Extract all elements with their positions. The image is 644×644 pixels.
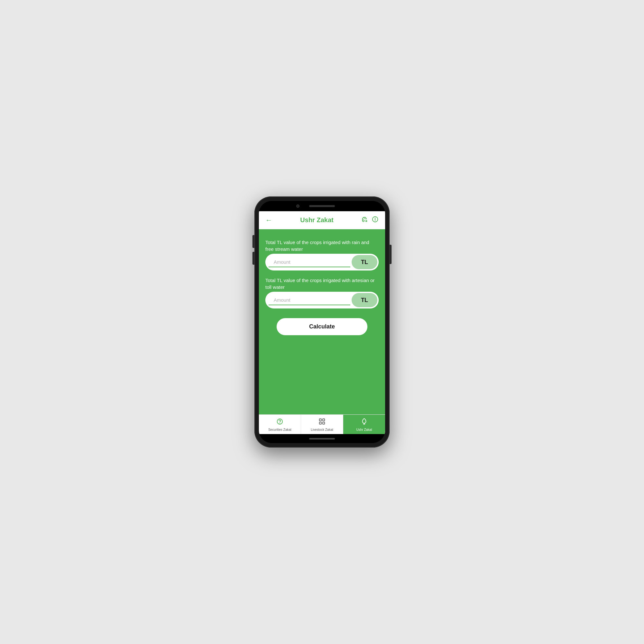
phone-screen: ← Ushr Zakat [259, 201, 385, 443]
rain-section-label: Total TL value of the crops irrigated wi… [265, 239, 379, 252]
artesian-currency-badge: TL [352, 293, 377, 307]
tab-bar: Securities Zakat Livestock Zakat [259, 414, 385, 434]
page-title: Ushr Zakat [300, 216, 333, 224]
volume-up-button [252, 235, 254, 248]
phone-device: ← Ushr Zakat [254, 196, 390, 448]
artesian-section: Total TL value of the crops irrigated wi… [265, 277, 379, 308]
calculate-button[interactable]: Calculate [277, 318, 367, 335]
rain-amount-input[interactable] [269, 257, 350, 267]
tab-livestock-zakat[interactable]: Livestock Zakat [301, 415, 343, 434]
volume-down-button [252, 252, 254, 265]
earpiece-speaker [309, 205, 335, 207]
svg-point-1 [366, 221, 367, 222]
tractor-icon[interactable] [361, 216, 368, 224]
app-header: ← Ushr Zakat [259, 211, 385, 229]
artesian-amount-input[interactable] [269, 295, 350, 305]
svg-rect-6 [319, 419, 321, 421]
svg-rect-7 [323, 419, 325, 421]
front-camera [296, 204, 299, 208]
app-screen: ← Ushr Zakat [259, 211, 385, 434]
power-button [390, 245, 392, 264]
main-content: Total TL value of the crops irrigated wi… [259, 229, 385, 414]
tab-ushr-zakat[interactable]: Ushr Zakat [343, 415, 385, 434]
phone-bottom-bar [259, 434, 385, 443]
livestock-tab-label: Livestock Zakat [311, 428, 333, 431]
livestock-icon [318, 418, 326, 427]
phone-top-bar [259, 201, 385, 211]
info-icon[interactable] [372, 216, 379, 224]
ushr-icon [361, 418, 368, 427]
artesian-section-label: Total TL value of the crops irrigated wi… [265, 277, 379, 290]
artesian-input-row: TL [265, 292, 379, 308]
ushr-tab-label: Ushr Zakat [356, 428, 372, 431]
header-icons [361, 216, 379, 224]
rain-input-row: TL [265, 254, 379, 270]
securities-tab-label: Securities Zakat [268, 428, 291, 431]
securities-icon [276, 418, 283, 427]
rain-currency-badge: TL [352, 255, 377, 269]
back-button[interactable]: ← [265, 216, 272, 224]
svg-rect-8 [319, 422, 321, 424]
rain-section: Total TL value of the crops irrigated wi… [265, 239, 379, 270]
home-indicator [309, 438, 335, 440]
svg-rect-9 [323, 422, 325, 424]
svg-point-5 [277, 419, 283, 424]
tab-securities-zakat[interactable]: Securities Zakat [259, 415, 301, 434]
